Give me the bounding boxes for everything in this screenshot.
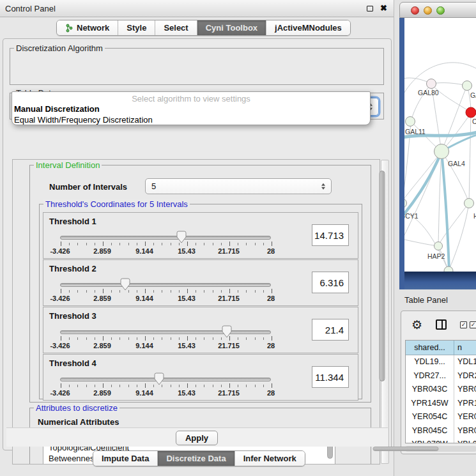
threshold-value-box[interactable]: 6.316 bbox=[312, 272, 349, 293]
num-intervals-combo[interactable]: 5 bbox=[145, 178, 332, 194]
tab-select[interactable]: Select bbox=[155, 20, 197, 35]
table-cell[interactable]: YBL079W bbox=[406, 438, 454, 443]
node-bottom[interactable] bbox=[444, 266, 453, 272]
slider-track[interactable] bbox=[60, 283, 271, 287]
control-panel-window: Control Panel ✖ Network Style Select Cyn… bbox=[0, 0, 394, 476]
close-icon[interactable]: ✖ bbox=[380, 3, 387, 13]
slider-track[interactable] bbox=[60, 236, 271, 240]
node-gal4[interactable] bbox=[434, 144, 449, 159]
slider-track[interactable] bbox=[60, 378, 271, 381]
group-title: Threshold's Coordinates for 5 Intervals bbox=[43, 199, 190, 209]
node-gal11[interactable] bbox=[406, 117, 415, 127]
slider-major-ticks bbox=[61, 336, 272, 341]
table-cell[interactable]: YPR145W bbox=[406, 397, 454, 411]
tab-discretize-data[interactable]: Discretize Data bbox=[158, 451, 234, 466]
tick-labels: -3.4262.8599.14415.4321.71528 bbox=[60, 389, 271, 398]
tick-label: 21.715 bbox=[218, 247, 240, 255]
table-cell[interactable]: YDL19... bbox=[406, 355, 454, 369]
settings-scroll-area: Interval Definition Number of Intervals … bbox=[12, 159, 380, 464]
tab-label: Select bbox=[164, 23, 188, 33]
node-label: HAP2 bbox=[427, 252, 445, 260]
table-cell[interactable]: YER0 bbox=[454, 410, 476, 424]
table-cell[interactable]: YDR27... bbox=[406, 369, 454, 383]
tick-label: 21.715 bbox=[218, 295, 240, 302]
tab-label: Cyni Toolbox bbox=[206, 23, 257, 33]
column-header-name[interactable]: n bbox=[454, 341, 476, 355]
threshold-label: Threshold 3 bbox=[49, 311, 96, 321]
tick-label: 9.144 bbox=[135, 295, 153, 302]
table-row[interactable]: YPR145WYPR1 bbox=[406, 397, 476, 411]
tab-label: Discretize Data bbox=[166, 454, 226, 463]
float-window-icon[interactable] bbox=[367, 6, 373, 12]
tab-impute-data[interactable]: Impute Data bbox=[93, 451, 158, 466]
vertical-scrollbar[interactable] bbox=[381, 160, 389, 464]
gear-icon[interactable]: ⚙ bbox=[411, 316, 422, 333]
table-cell[interactable]: YBR0 bbox=[454, 383, 476, 397]
apply-button[interactable]: Apply bbox=[176, 431, 218, 445]
table-cell[interactable]: YER054C bbox=[406, 410, 454, 424]
column-header-shared[interactable]: shared... bbox=[406, 341, 454, 355]
tab-style[interactable]: Style bbox=[118, 20, 155, 35]
tab-network[interactable]: Network bbox=[57, 20, 118, 35]
table-row[interactable]: YBL079WYBL0 bbox=[406, 438, 476, 443]
tick-label: 15.43 bbox=[178, 389, 196, 397]
tick-label: 2.859 bbox=[93, 342, 111, 349]
tick-label: 28 bbox=[267, 247, 275, 255]
network-canvas[interactable]: GAL80 GA GAL11 GAL4 C GCY1 H HAP2 bbox=[404, 18, 476, 272]
threshold-slider[interactable]: -3.4262.8599.14415.4321.71528 bbox=[60, 374, 271, 399]
algorithm-dropdown-popup: Select algorithm to view settings Manual… bbox=[12, 91, 371, 125]
dropdown-option-manual[interactable]: Manual Discretization bbox=[14, 104, 100, 114]
zoom-traffic-light-icon[interactable] bbox=[436, 6, 445, 15]
scrollbar-thumb[interactable] bbox=[373, 447, 439, 451]
node-h[interactable] bbox=[464, 199, 474, 208]
threshold-value-box[interactable]: 21.4 bbox=[312, 319, 349, 341]
slider-major-ticks bbox=[61, 289, 272, 293]
control-panel-titlebar: Control Panel ✖ bbox=[0, 0, 394, 17]
threshold-value-box[interactable]: 14.713 bbox=[312, 224, 349, 246]
table-row[interactable]: YBR045CYBR0 bbox=[406, 424, 476, 438]
node-label: GAL4 bbox=[448, 160, 465, 167]
table-cell[interactable]: YBL0 bbox=[454, 438, 476, 443]
node-gal80[interactable] bbox=[427, 79, 436, 89]
minimize-traffic-light-icon[interactable] bbox=[424, 6, 432, 15]
table-cell[interactable]: YBR0 bbox=[454, 424, 476, 438]
tab-infer-network[interactable]: Infer Network bbox=[235, 451, 305, 466]
tick-label: 15.43 bbox=[178, 342, 196, 349]
tab-jactivemnodules[interactable]: jActiveMNodules bbox=[266, 20, 350, 35]
node-hap2[interactable] bbox=[434, 242, 443, 250]
tab-cyni-toolbox[interactable]: Cyni Toolbox bbox=[197, 20, 266, 35]
table-row[interactable]: YDR27...YDR2 bbox=[406, 369, 476, 383]
threshold-panel: Threshold 1 -3.4262.8599.14415.4321.7152… bbox=[43, 212, 358, 259]
checkbox-icon[interactable]: ✓ bbox=[470, 321, 476, 328]
table-row[interactable]: YBR043CYBR0 bbox=[406, 383, 476, 397]
network-edges bbox=[404, 63, 476, 271]
tab-label: Style bbox=[127, 23, 146, 33]
threshold-value-box[interactable]: 11.344 bbox=[312, 366, 349, 388]
dropdown-option-equal-width[interactable]: Equal Width/Frequency Discretization bbox=[14, 115, 153, 125]
threshold-slider[interactable]: -3.4262.8599.14415.4321.71528 bbox=[60, 326, 271, 352]
table-cell[interactable]: YBR045C bbox=[406, 424, 454, 438]
slider-track[interactable] bbox=[60, 330, 271, 334]
table-cell[interactable]: YBR043C bbox=[406, 383, 454, 397]
node-label: H bbox=[473, 212, 476, 220]
table-cell[interactable]: YDR2 bbox=[454, 369, 476, 383]
table-row[interactable]: YER054CYER0 bbox=[406, 410, 476, 424]
threshold-slider[interactable]: -3.4262.8599.14415.4321.71528 bbox=[60, 232, 271, 257]
node-ga[interactable] bbox=[463, 81, 472, 91]
threshold-label: Threshold 1 bbox=[49, 217, 96, 226]
table-row[interactable]: YDL19...YDL1 bbox=[406, 355, 476, 369]
table-cell[interactable]: YDL1 bbox=[454, 355, 476, 369]
node-gcy1[interactable] bbox=[404, 199, 407, 208]
threshold-panel: Threshold 4 -3.4262.8599.14415.4321.7152… bbox=[43, 354, 358, 401]
split-columns-icon[interactable] bbox=[436, 319, 447, 330]
scrollbar-thumb[interactable] bbox=[380, 171, 385, 381]
horizontal-scrollbar[interactable] bbox=[405, 446, 476, 452]
threshold-slider[interactable]: -3.4262.8599.14415.4321.71528 bbox=[60, 279, 271, 305]
table-cell[interactable]: YPR1 bbox=[454, 397, 476, 411]
tick-label: 2.859 bbox=[93, 389, 111, 397]
node-selected-red[interactable] bbox=[466, 107, 476, 118]
checkbox-icon[interactable]: ✓ bbox=[460, 321, 467, 328]
threshold-label: Threshold 4 bbox=[49, 358, 96, 368]
node-table[interactable]: shared... n YDL19...YDL1YDR27...YDR2YBR0… bbox=[405, 340, 476, 443]
close-traffic-light-icon[interactable] bbox=[411, 6, 419, 15]
